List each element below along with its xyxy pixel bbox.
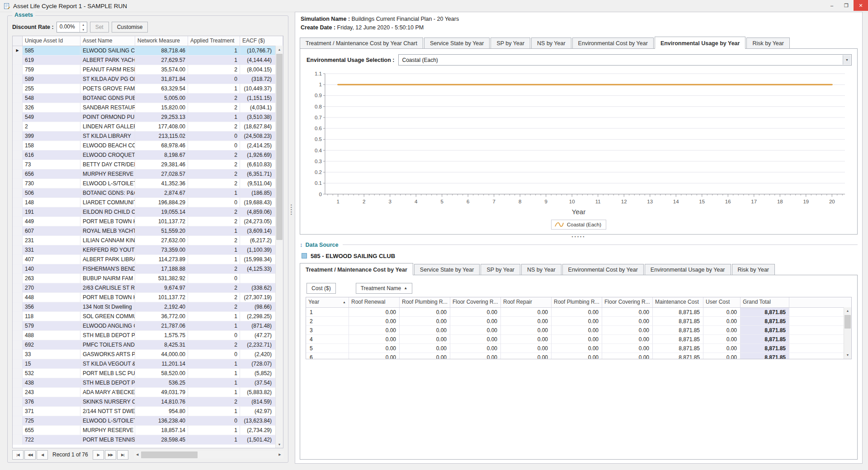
column-header-roof-renewal[interactable]: Roof Renewal — [349, 297, 400, 307]
scroll-thumb[interactable] — [276, 54, 283, 240]
tab-risk-by-year[interactable]: Risk by Year — [746, 38, 789, 48]
asset-row-488[interactable]: 488STH MELB DEPOT PRT...1,575.750(47.27) — [13, 331, 283, 340]
asset-row-148[interactable]: 148LIARDET COMMUNITY...196,884.290(19,68… — [13, 198, 283, 207]
tab-treatment-maintenance-cost-by-year-chart[interactable]: Treatment / Maintenance Cost by Year Cha… — [300, 38, 423, 48]
column-header-network-measure[interactable]: Network Measure — [135, 36, 188, 46]
asset-row-15[interactable]: 15ST KILDA VEGOUT & ...11,201.141(728.07… — [13, 359, 283, 369]
asset-row-231[interactable]: 231LILIAN CANNAM KIND...27,632.002(6,217… — [13, 236, 283, 245]
asset-row-692[interactable]: 692PMFC TOILETS AND S...8,425.312(2,232.… — [13, 340, 283, 350]
asset-row-585[interactable]: ▶585ELWOOD SAILING CLUB88,718.461(10,766… — [13, 46, 283, 56]
cost-row-year-6[interactable]: 60.000.000.000.000.000.008,871.850.008,8… — [306, 353, 851, 359]
splitter-grip-icon[interactable]: ↕ — [300, 242, 303, 248]
tab-ns-by-year[interactable]: NS by Year — [531, 38, 571, 48]
column-header-roof-plumbing-r[interactable]: Roof Plumbing R... — [400, 297, 450, 307]
asset-row-191[interactable]: 191EILDON RD CHILD CA...19,055.142(4,859… — [13, 207, 283, 217]
nav-prev-button[interactable]: ◀ — [37, 450, 48, 460]
asset-row-73[interactable]: 73BETTY DAY CTR/DELI...29,381.462(6,610.… — [13, 160, 283, 169]
asset-row-449[interactable]: 449PORT MELB TOWN HALL101,137.722(24,273… — [13, 217, 283, 226]
tab-environmental-cost-by-year[interactable]: Environmental Cost by Year — [572, 38, 654, 48]
tab-service-state-by-year[interactable]: Service State by Year — [424, 38, 490, 48]
assets-horizontal-scrollbar[interactable]: ◀ ▶ — [134, 451, 283, 459]
asset-row-270[interactable]: 2702/63 CARLISLE ST RE...9,674.972(338.6… — [13, 283, 283, 293]
cost-row-year-2[interactable]: 20.000.000.000.000.000.008,871.850.008,8… — [306, 317, 851, 326]
asset-row-725[interactable]: 725ELWOOD L-S/TOILET...136,238.400(13,62… — [13, 416, 283, 426]
asset-row-255[interactable]: 255POETS GROVE FAMIL...63,329.541(10,449… — [13, 84, 283, 94]
column-header-floor-covering-r[interactable]: Floor Covering R... — [602, 297, 653, 307]
tab-risk-by-year[interactable]: Risk by Year — [732, 264, 775, 275]
minimize-button[interactable]: – — [825, 0, 839, 11]
column-header-asset-name[interactable]: Asset Name — [80, 36, 135, 46]
discount-rate-value[interactable]: 0.00% — [57, 22, 80, 32]
tab-sp-by-year[interactable]: SP by Year — [491, 38, 530, 48]
tab-environmental-cost-by-year[interactable]: Environmental Cost by Year — [562, 264, 644, 275]
spin-down-icon[interactable]: ▼ — [80, 27, 87, 32]
asset-row-759[interactable]: 759PEANUT FARM RESER...35,574.002(8,004.… — [13, 65, 283, 75]
chevron-down-icon[interactable]: ▼ — [843, 55, 851, 65]
scroll-left-icon[interactable]: ◀ — [134, 451, 141, 459]
tab-treatment-maintenance-cost-by-year[interactable]: Treatment / Maintenance Cost by Year — [300, 263, 413, 275]
asset-row-656[interactable]: 656MURPHY RESERVE SO...27,028.572(6,351.… — [13, 169, 283, 179]
scroll-up-icon[interactable]: ▲ — [276, 46, 283, 53]
assets-vertical-scrollbar[interactable]: ▲ ▼ — [275, 46, 283, 448]
asset-row-722[interactable]: 722PORT MELB TENNIS C...28,598.451(1,501… — [13, 435, 283, 445]
column-header-maintenance-cost[interactable]: Maintenance Cost — [653, 297, 703, 307]
asset-row-616[interactable]: 616ELWOOD CROQUET C...8,198.672(1,926.69… — [13, 150, 283, 160]
column-header-floor-covering-r[interactable]: Floor Covering R... — [450, 297, 501, 307]
asset-row-371[interactable]: 3712/144 NOTT ST DWEL...954.801(42.97) — [13, 407, 283, 416]
scroll-thumb[interactable] — [141, 451, 198, 458]
asset-row-399[interactable]: 399ST KILDA LIBRARY213,115.020(24,508.23… — [13, 132, 283, 141]
panel-splitter-handle[interactable]: ••••• — [290, 204, 293, 216]
asset-row-607[interactable]: 607ROYAL MELB YACHT S...51,559.201(3,609… — [13, 226, 283, 236]
scroll-down-icon[interactable]: ▼ — [276, 441, 283, 448]
scroll-right-icon[interactable]: ▶ — [276, 451, 283, 459]
column-header-user-cost[interactable]: User Cost — [703, 297, 741, 307]
nav-next-button[interactable]: ▶ — [93, 450, 104, 460]
cost-row-year-3[interactable]: 30.000.000.000.000.000.008,871.850.008,8… — [306, 326, 851, 335]
datasource-splitter-handle[interactable]: ••••• — [300, 235, 858, 240]
nav-prev-page-button[interactable]: ◀◀ — [24, 450, 36, 460]
asset-row-243[interactable]: 243ADA MARY A'BECKET...49,031.791(5,883.… — [13, 388, 283, 397]
asset-row-655[interactable]: 655MURPHY RESERVE SO...18,857.141(2,734.… — [13, 426, 283, 435]
column-header-unique-asset-id[interactable]: Unique Asset Id — [23, 36, 80, 46]
asset-row-506[interactable]: 506BOTANIC GDNS: P&G ...2,874.671(186.85… — [13, 188, 283, 198]
column-header-roof-plumbing-r[interactable]: Roof Plumbing R... — [552, 297, 602, 307]
asset-row-579[interactable]: 579ELWOOD ANGLING CL...21,787.061(871.48… — [13, 321, 283, 331]
asset-row-549[interactable]: 549POINT ORMOND PUBL...29,253.131(3,510.… — [13, 113, 283, 122]
treatment-name-field-chip[interactable]: Treatment Name ▲ — [356, 283, 413, 294]
discount-rate-spinner[interactable]: 0.00% ▲ ▼ — [57, 22, 87, 33]
asset-row-158[interactable]: 158ELWOOD BEACH COM...68,978.460(2,414.2… — [13, 141, 283, 150]
column-header-year[interactable]: Year▲ — [306, 297, 349, 307]
scroll-down-icon[interactable]: ▼ — [844, 352, 851, 359]
cost-row-year-4[interactable]: 40.000.000.000.000.000.008,871.850.008,8… — [306, 335, 851, 344]
customise-button[interactable]: Customise — [112, 22, 148, 33]
asset-row-448[interactable]: 448PORT MELB TOWN HALL101,137.722(27,307… — [13, 293, 283, 302]
column-header-roof-repair[interactable]: Roof Repair — [501, 297, 552, 307]
asset-row-548[interactable]: 548BOTANIC GDNS PUBLI...5,005.002(1,151.… — [13, 94, 283, 103]
cost-field-chip[interactable]: Cost ($) — [307, 283, 336, 294]
nav-last-button[interactable]: ▶| — [117, 450, 128, 460]
tab-sp-by-year[interactable]: SP by Year — [481, 264, 520, 275]
restore-button[interactable]: ❐ — [839, 0, 854, 11]
tab-environmental-usage-by-year[interactable]: Environmental Usage by Year — [655, 37, 746, 49]
column-header-applied-treatment[interactable]: Applied Treatment — [188, 36, 240, 46]
cost-grid-vertical-scrollbar[interactable]: ▲ ▼ — [844, 307, 851, 359]
nav-next-page-button[interactable]: ▶▶ — [105, 450, 116, 460]
asset-row-356[interactable]: 356134 Nott St Dwelling2,192.402(98.66) — [13, 302, 283, 312]
asset-row-326[interactable]: 326SANDBAR RESTAURA...15,820.002(4,034.1… — [13, 103, 283, 113]
asset-row-589[interactable]: 589ST KILDA ADV PG OFF...31,871.840(318.… — [13, 75, 283, 84]
scroll-up-icon[interactable]: ▲ — [844, 307, 851, 315]
cost-row-year-1[interactable]: 10.000.000.000.000.000.008,871.850.008,8… — [306, 308, 851, 317]
asset-row-33[interactable]: 33GASWORKS ARTS PA...44,000.000(2,420) — [13, 350, 283, 359]
tab-service-state-by-year[interactable]: Service State by Year — [414, 264, 480, 275]
asset-row-532[interactable]: 532PORT MELB LSC PUBL...58,520.001(5,852… — [13, 369, 283, 378]
asset-row-619[interactable]: 619ALBERT PARK YACHTI...27,629.571(4,144… — [13, 56, 283, 65]
asset-row-140[interactable]: 140FISHERMAN'S BEND C...17,188.882(4,125… — [13, 264, 283, 274]
asset-row-331[interactable]: 331KERFERD RD YOUTH ...73,359.001(1,100.… — [13, 245, 283, 255]
close-button[interactable]: ✕ — [854, 0, 868, 11]
column-header-eacf[interactable]: EACF ($) — [240, 36, 283, 46]
spin-up-icon[interactable]: ▲ — [80, 22, 87, 27]
asset-row-407[interactable]: 407ALBERT PARK LIBRARY114,273.891(15,998… — [13, 255, 283, 264]
tab-environmental-usage-by-year[interactable]: Environmental Usage by Year — [645, 264, 731, 275]
column-header-grand-total[interactable]: Grand Total — [741, 297, 789, 307]
asset-row-263[interactable]: 263BUBUP NAIRM FAM & ...531,382.920 — [13, 274, 283, 283]
